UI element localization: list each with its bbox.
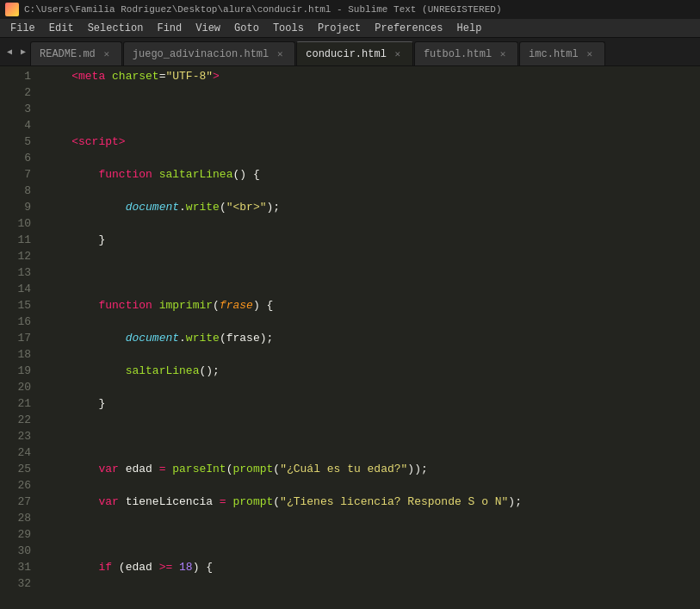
menu-help[interactable]: Help bbox=[450, 21, 489, 36]
menu-view[interactable]: View bbox=[189, 21, 227, 36]
menu-goto[interactable]: Goto bbox=[227, 21, 266, 36]
tab-futbol[interactable]: futbol.html ✕ bbox=[414, 41, 518, 65]
close-tab-futbol[interactable]: ✕ bbox=[497, 48, 509, 60]
nav-next[interactable]: ▶ bbox=[17, 46, 29, 58]
menubar: File Edit Selection Find View Goto Tools… bbox=[0, 19, 700, 38]
menu-project[interactable]: Project bbox=[311, 21, 368, 36]
menu-find[interactable]: Find bbox=[150, 21, 189, 36]
close-tab-readme[interactable]: ✕ bbox=[101, 48, 113, 60]
title-text: C:\Users\Familia Rodriguez\Desktop\alura… bbox=[24, 4, 502, 15]
menu-tools[interactable]: Tools bbox=[266, 21, 311, 36]
menu-edit[interactable]: Edit bbox=[42, 21, 81, 36]
nav-arrows: ◀ ▶ bbox=[0, 37, 33, 65]
titlebar: C:\Users\Familia Rodriguez\Desktop\alura… bbox=[0, 0, 700, 19]
tab-imc[interactable]: imc.html ✕ bbox=[519, 41, 605, 65]
tab-juego[interactable]: juego_adivinacion.html ✕ bbox=[123, 41, 295, 65]
code-area[interactable]: <meta charset="UTF-8"> <script> function… bbox=[38, 66, 700, 609]
menu-selection[interactable]: Selection bbox=[81, 21, 151, 36]
close-tab-conducir[interactable]: ✕ bbox=[392, 48, 404, 60]
close-tab-juego[interactable]: ✕ bbox=[274, 48, 286, 60]
editor: 1 2 3 4 5 6 7 8 9 10 11 12 13 14 15 16 1… bbox=[0, 66, 700, 609]
menu-file[interactable]: File bbox=[3, 21, 42, 36]
menu-preferences[interactable]: Preferences bbox=[368, 21, 449, 36]
nav-prev[interactable]: ◀ bbox=[3, 46, 15, 58]
tab-conducir[interactable]: conducir.html ✕ bbox=[296, 41, 413, 65]
line-numbers: 1 2 3 4 5 6 7 8 9 10 11 12 13 14 15 16 1… bbox=[0, 66, 38, 609]
tab-readme[interactable]: README.md ✕ bbox=[30, 41, 122, 65]
close-tab-imc[interactable]: ✕ bbox=[584, 48, 596, 60]
app-icon bbox=[5, 3, 19, 16]
tabbar: ◀ ▶ README.md ✕ juego_adivinacion.html ✕… bbox=[0, 38, 700, 66]
